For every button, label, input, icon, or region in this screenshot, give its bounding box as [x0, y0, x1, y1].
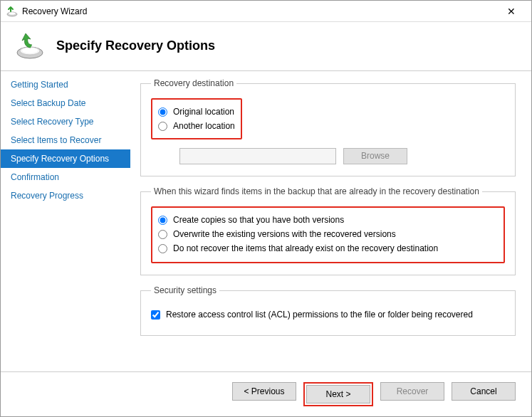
- radio-create-copies-label: Create copies so that you have both vers…: [173, 215, 344, 225]
- wizard-steps-sidebar: Getting Started Select Backup Date Selec…: [1, 71, 130, 371]
- previous-button[interactable]: < Previous: [232, 382, 296, 401]
- radio-create-copies[interactable]: [158, 216, 167, 225]
- radio-create-copies-row[interactable]: Create copies so that you have both vers…: [158, 215, 498, 225]
- sidebar-item-recovery-progress[interactable]: Recovery Progress: [1, 186, 130, 205]
- next-button-highlight: Next >: [303, 382, 373, 406]
- destination-path-row: Browse: [179, 148, 505, 164]
- svg-point-1: [9, 12, 16, 15]
- sidebar-item-select-backup-date[interactable]: Select Backup Date: [1, 94, 130, 112]
- collision-highlight: Create copies so that you have both vers…: [151, 206, 505, 263]
- wizard-main-panel: Recovery destination Original location A…: [130, 71, 531, 371]
- wizard-header: Specify Recovery Options: [1, 22, 531, 70]
- sidebar-item-select-recovery-type[interactable]: Select Recovery Type: [1, 112, 130, 131]
- security-legend: Security settings: [151, 285, 219, 295]
- page-title: Specify Recovery Options: [56, 38, 215, 53]
- radio-another-location[interactable]: [158, 122, 167, 131]
- cancel-button[interactable]: Cancel: [452, 382, 516, 401]
- radio-skip[interactable]: [158, 244, 167, 253]
- radio-skip-label: Do not recover the items that already ex…: [173, 243, 438, 253]
- radio-another-location-row[interactable]: Another location: [158, 121, 235, 131]
- radio-overwrite-row[interactable]: Overwrite the existing versions with the…: [158, 229, 498, 239]
- app-icon: [6, 6, 18, 17]
- recovery-destination-legend: Recovery destination: [151, 78, 236, 88]
- recover-button: Recover: [380, 382, 444, 401]
- restore-acl-checkbox[interactable]: [151, 310, 160, 320]
- radio-another-location-label: Another location: [173, 121, 235, 131]
- radio-original-location[interactable]: [158, 107, 167, 117]
- destination-path-input: [179, 148, 336, 164]
- recovery-destination-group: Recovery destination Original location A…: [140, 78, 516, 176]
- titlebar: Recovery Wizard ✕: [1, 1, 531, 22]
- radio-skip-row[interactable]: Do not recover the items that already ex…: [158, 243, 498, 253]
- restore-acl-label: Restore access control list (ACL) permis…: [166, 310, 473, 320]
- restore-acl-row[interactable]: Restore access control list (ACL) permis…: [151, 310, 505, 320]
- wizard-body: Getting Started Select Backup Date Selec…: [1, 70, 531, 371]
- radio-original-location-label: Original location: [173, 107, 234, 117]
- radio-overwrite-label: Overwrite the existing versions with the…: [173, 229, 396, 239]
- radio-overwrite[interactable]: [158, 230, 167, 239]
- sidebar-item-select-items[interactable]: Select Items to Recover: [1, 131, 130, 149]
- browse-button: Browse: [343, 148, 407, 164]
- sidebar-item-getting-started[interactable]: Getting Started: [1, 75, 130, 94]
- wizard-footer: < Previous Next > Recover Cancel: [1, 371, 531, 416]
- next-button[interactable]: Next >: [306, 385, 370, 403]
- window-title: Recovery Wizard: [22, 6, 497, 16]
- collision-group: When this wizard finds items in the back…: [140, 186, 516, 275]
- destination-highlight: Original location Another location: [151, 98, 242, 139]
- collision-legend: When this wizard finds items in the back…: [151, 186, 482, 196]
- wizard-icon: [15, 31, 45, 60]
- svg-point-4: [22, 48, 38, 53]
- security-group: Security settings Restore access control…: [140, 285, 516, 336]
- radio-original-location-row[interactable]: Original location: [158, 107, 235, 117]
- sidebar-item-specify-options[interactable]: Specify Recovery Options: [1, 149, 130, 168]
- close-button[interactable]: ✕: [497, 1, 526, 21]
- sidebar-item-confirmation[interactable]: Confirmation: [1, 168, 130, 186]
